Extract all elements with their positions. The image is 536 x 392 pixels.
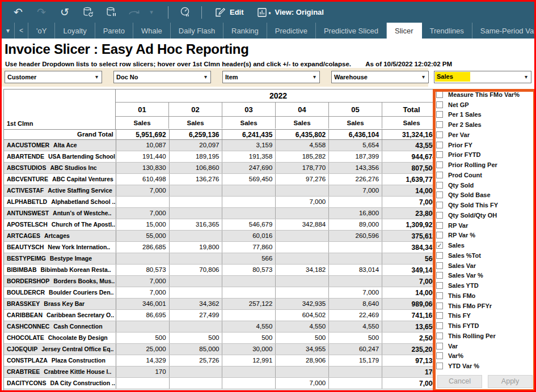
- checkbox-icon[interactable]: [436, 272, 443, 279]
- revert-icon[interactable]: ↺: [58, 6, 71, 19]
- checkbox-icon[interactable]: [436, 282, 443, 289]
- slicer-dropdown-item[interactable]: Item▾: [222, 71, 320, 83]
- tab-whale[interactable]: Whale: [133, 23, 171, 39]
- checkbox-icon[interactable]: [436, 151, 443, 158]
- slicer-dropdown-warehouse[interactable]: Warehouse▾: [331, 71, 429, 83]
- checkbox-icon[interactable]: [436, 91, 443, 98]
- checkbox-icon[interactable]: [436, 333, 443, 339]
- table-row[interactable]: ANTUNSWESTAntun's of Westche..7,00016,80…: [4, 208, 441, 219]
- checkbox-icon[interactable]: [436, 363, 443, 369]
- redo-icon[interactable]: ↷: [35, 6, 48, 19]
- measure-subheader[interactable]: Sales: [169, 117, 222, 129]
- table-row[interactable]: AACUSTOMERAlta Ace10,08720,0973,1594,558…: [4, 140, 441, 151]
- table-row[interactable]: CASHCONNECCash Connection4,5504,5504,550…: [4, 321, 441, 333]
- table-row[interactable]: ABARTENDEUSA Bartending School191,440189…: [4, 151, 441, 163]
- measure-item-ytd-var[interactable]: YTD Var %: [436, 361, 534, 371]
- edit-button[interactable]: Edit: [214, 7, 244, 18]
- checkbox-icon[interactable]: [436, 302, 443, 309]
- measure-item-qty-sold-base[interactable]: Qty Sold Base: [436, 190, 534, 201]
- tab-scroll-left-icon[interactable]: <: [15, 23, 28, 39]
- view-button[interactable]: * View: Original: [256, 7, 324, 18]
- tab-menu-caret-icon[interactable]: ▾: [2, 23, 15, 39]
- checkbox-icon[interactable]: [436, 212, 443, 219]
- table-row[interactable]: ABCSTUDIOSABC Studios Inc130,830106,8602…: [4, 163, 441, 174]
- slicer-dropdown-doc-no[interactable]: Doc No▾: [113, 71, 211, 83]
- table-row[interactable]: CJOEQUIPJersey Central Office Eq..25,000…: [4, 344, 441, 355]
- year-header[interactable]: 2022: [116, 90, 441, 103]
- measure-item-sales-tot[interactable]: Sales %Tot: [436, 250, 534, 261]
- measure-item-prior-rolling-per[interactable]: Prior Rolling Per: [436, 160, 534, 170]
- checkbox-icon[interactable]: [436, 232, 443, 238]
- measure-dropdown[interactable]: Sales ▾: [434, 71, 531, 83]
- tab-loyalty[interactable]: Loyalty: [55, 23, 95, 39]
- checkbox-icon[interactable]: [436, 111, 443, 118]
- measure-item-prod-count[interactable]: Prod Count: [436, 170, 534, 180]
- table-row[interactable]: APOSTELSCHChurch of The Apostl..15,00031…: [4, 219, 441, 231]
- checkbox-icon[interactable]: [436, 121, 443, 128]
- measure-item-sales-var[interactable]: Sales Var %: [436, 271, 534, 281]
- table-row[interactable]: ABCVENTUREABC Capital Ventures610,498136…: [4, 174, 441, 185]
- column-header-05[interactable]: 05: [329, 103, 382, 117]
- measure-item-prior-fytd[interactable]: Prior FYTD: [436, 150, 534, 160]
- table-row[interactable]: CARIBBEANCaribbean Secretary O..86,69527…: [4, 310, 441, 321]
- table-row[interactable]: ARTCAGESArtcages55,00060,016260,596375,6…: [4, 231, 441, 242]
- tab-predictive-sliced[interactable]: Predictive Sliced: [316, 23, 387, 39]
- checkbox-icon[interactable]: [436, 172, 443, 178]
- metrics-pause-icon[interactable]: [178, 6, 192, 19]
- table-row[interactable]: BEAUTYSCHNew York Internation..286,68519…: [4, 242, 441, 253]
- apply-button[interactable]: Apply: [488, 375, 533, 388]
- table-row[interactable]: ALPHABETLDAlphabetland School ..7,0007,0…: [4, 197, 441, 208]
- checkbox-icon[interactable]: [436, 343, 443, 350]
- measure-item-per-1-sales[interactable]: Per 1 Sales: [436, 110, 534, 120]
- measure-item-rp-var[interactable]: RP Var: [436, 220, 534, 231]
- measure-item-sales[interactable]: ✓Sales: [436, 240, 534, 250]
- pause-data-icon[interactable]: [104, 6, 118, 19]
- measure-subheader[interactable]: Sales: [276, 117, 329, 129]
- measure-item-qty-sold[interactable]: Qty Sold: [436, 180, 534, 190]
- column-header-03[interactable]: 03: [222, 103, 276, 117]
- table-row[interactable]: CONSTPLAZAPlaza Construction14,32925,726…: [4, 355, 441, 367]
- measure-subheader[interactable]: Sales: [222, 117, 276, 129]
- checkbox-icon[interactable]: [436, 352, 443, 359]
- checkbox-icon[interactable]: [436, 131, 443, 138]
- checkbox-icon[interactable]: [436, 142, 443, 148]
- column-header-04[interactable]: 04: [276, 103, 329, 117]
- measure-item-sales-ytd[interactable]: Sales YTD: [436, 280, 534, 291]
- checkbox-icon[interactable]: [436, 222, 443, 229]
- tab-daily-flash[interactable]: Daily Flash: [171, 23, 223, 39]
- checkbox-icon[interactable]: [436, 292, 443, 299]
- table-row[interactable]: BESTYPEIMGBestype Image566566: [4, 253, 441, 265]
- measure-item-var[interactable]: Var%: [436, 351, 534, 361]
- table-row[interactable]: BOULDERCRBoulder Couriers Den..7,0007,00…: [4, 287, 441, 299]
- table-row[interactable]: DACITYCONSDA City Construction ..7,0007,…: [4, 378, 441, 389]
- tab-oy[interactable]: 'oY: [28, 23, 55, 39]
- checkbox-icon[interactable]: [436, 161, 443, 168]
- measure-item-prior-fy[interactable]: Prior FY: [436, 140, 534, 150]
- measure-item-measure-this-fmo-var[interactable]: Measure This FMo Var%: [436, 90, 534, 100]
- measure-item-var[interactable]: Var: [436, 341, 534, 351]
- measure-item-this-fytd[interactable]: This FYTD: [436, 321, 534, 331]
- slicer-dropdown-customer[interactable]: Customer▾: [5, 71, 102, 83]
- measure-item-sales-var[interactable]: Sales Var: [436, 261, 534, 271]
- measure-item-per-2-sales[interactable]: Per 2 Sales: [436, 120, 534, 130]
- checkbox-icon[interactable]: [436, 252, 443, 259]
- checkbox-icon[interactable]: [436, 202, 443, 208]
- measure-item-rp-var[interactable]: RP Var %: [436, 231, 534, 241]
- measure-item-this-fmo-pfyr[interactable]: This FMo PFYr: [436, 301, 534, 311]
- checkbox-icon[interactable]: [436, 191, 443, 198]
- measure-item-net-gp[interactable]: Net GP: [436, 100, 534, 110]
- checkbox-icon[interactable]: [436, 322, 443, 329]
- table-row[interactable]: CRABTREECrabtree Kittle House I..170170: [4, 367, 441, 378]
- tab-same-period-variances[interactable]: Same-Period Variances: [472, 23, 534, 39]
- checkbox-checked-icon[interactable]: ✓: [436, 242, 443, 249]
- forward-icon[interactable]: [128, 6, 141, 19]
- checkbox-icon[interactable]: [436, 312, 443, 319]
- undo-icon[interactable]: ↶: [11, 6, 25, 19]
- table-row[interactable]: BORDERSHOPBorders Books, Mus..7,0007,000: [4, 276, 441, 287]
- checkbox-icon[interactable]: [436, 182, 443, 189]
- caret-down-icon[interactable]: ▾: [145, 6, 158, 19]
- measure-subheader[interactable]: Sales: [329, 117, 382, 129]
- checkbox-icon[interactable]: [436, 101, 443, 108]
- table-row[interactable]: BRASSKEYBrass Key Bar346,00134,362257,12…: [4, 299, 441, 310]
- tab-predictive[interactable]: Predictive: [267, 23, 316, 39]
